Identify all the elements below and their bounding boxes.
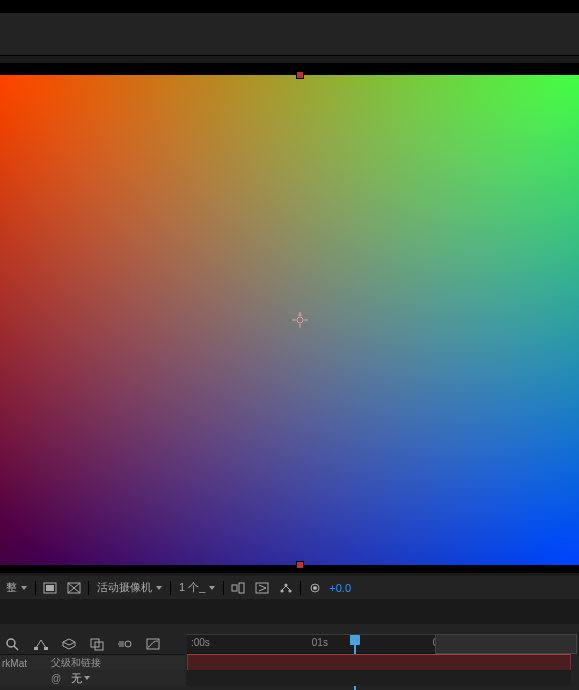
playhead[interactable] — [348, 635, 362, 653]
layer-parent-row: @ 无 — [0, 670, 185, 686]
viewer-footer: 整 活动摄像机 1 个_ +0.0 — [0, 576, 579, 599]
camera-label: 活动摄像机 — [97, 580, 152, 595]
pixel-aspect-ratio-icon[interactable] — [228, 579, 248, 597]
chevron-down-icon — [209, 586, 215, 590]
svg-rect-3 — [0, 75, 579, 565]
layer-handle-top[interactable] — [296, 71, 304, 79]
parent-value: 无 — [71, 671, 82, 686]
svg-rect-11 — [239, 583, 244, 593]
views-layout-dropdown[interactable]: 1 个_ — [175, 579, 219, 597]
svg-point-18 — [7, 639, 15, 647]
timeline-panel: :00s01s02s rkMat 父级和链接 @ 无 — [0, 624, 579, 690]
resolution-dropdown[interactable]: 整 — [2, 579, 31, 597]
chevron-down-icon — [156, 586, 162, 590]
svg-rect-21 — [44, 647, 48, 650]
svg-rect-6 — [46, 585, 54, 591]
time-navigator[interactable] — [435, 634, 577, 654]
svg-line-19 — [14, 646, 18, 650]
panel-tab-strip — [0, 12, 579, 56]
frame-blend-icon[interactable] — [86, 635, 108, 653]
time-tick: 01s — [312, 637, 328, 648]
mask-visibility-icon[interactable] — [64, 579, 84, 597]
fast-previews-icon[interactable] — [252, 579, 272, 597]
chevron-down-icon — [84, 676, 90, 680]
search-icon[interactable] — [2, 635, 24, 653]
motion-blur-icon[interactable] — [114, 635, 136, 653]
reset-exposure-icon[interactable] — [305, 579, 325, 597]
views-label: 1 个_ — [179, 580, 205, 595]
camera-dropdown[interactable]: 活动摄像机 — [93, 579, 166, 597]
time-tick: :00s — [191, 637, 210, 648]
pickwhip-icon[interactable]: @ — [45, 673, 67, 684]
timeline-toolbar — [0, 632, 187, 656]
gradient-layer — [0, 75, 579, 565]
column-parent: 父级和链接 — [47, 656, 185, 670]
parent-dropdown[interactable]: 无 — [67, 669, 185, 687]
svg-point-17 — [313, 586, 317, 590]
svg-point-24 — [125, 641, 131, 647]
svg-rect-20 — [34, 647, 38, 650]
flowchart-icon[interactable] — [276, 579, 296, 597]
chevron-down-icon — [21, 586, 27, 590]
exposure-value[interactable]: +0.0 — [329, 582, 351, 594]
svg-rect-28 — [147, 639, 159, 649]
composition-canvas[interactable] — [0, 75, 579, 565]
svg-rect-10 — [232, 585, 237, 591]
composition-viewer[interactable] — [0, 63, 579, 573]
menu-bar-fragment — [0, 0, 579, 12]
layer-handle-bottom[interactable] — [296, 561, 304, 569]
layer-bar-bg — [187, 670, 571, 686]
fit-label: 整 — [6, 580, 17, 595]
column-trkmat: rkMat — [0, 658, 47, 669]
graph-editor-icon[interactable] — [142, 635, 164, 653]
draft-3d-icon[interactable] — [58, 635, 80, 653]
transparency-grid-icon[interactable] — [40, 579, 60, 597]
comp-mini-flowchart-icon[interactable] — [30, 635, 52, 653]
